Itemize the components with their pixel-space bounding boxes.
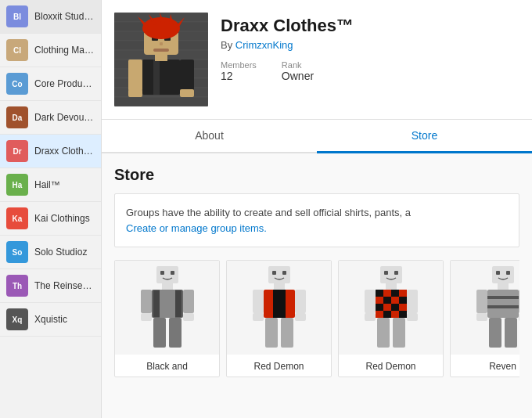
svg-rect-35 [153, 290, 160, 317]
sidebar-item-the-reinsegen[interactable]: ThThe Reinsegen [0, 269, 101, 303]
svg-rect-81 [377, 318, 390, 348]
svg-rect-88 [487, 296, 519, 299]
sidebar-avatar: Co [6, 73, 28, 95]
members-stat: Members 12 [221, 60, 257, 82]
rank-label: Rank [282, 60, 314, 70]
svg-rect-92 [476, 313, 487, 321]
sidebar-label: The Reinsegen [34, 280, 95, 291]
svg-rect-16 [128, 89, 142, 97]
svg-rect-13 [128, 59, 142, 91]
svg-rect-47 [274, 283, 285, 290]
svg-rect-51 [295, 290, 306, 313]
svg-rect-91 [519, 290, 520, 313]
svg-rect-39 [183, 290, 194, 313]
svg-rect-59 [386, 283, 397, 290]
sidebar-label: Xquistic [34, 314, 67, 325]
svg-rect-85 [506, 271, 510, 275]
item-card[interactable]: Black and [114, 260, 220, 377]
svg-rect-32 [171, 271, 174, 275]
svg-rect-93 [519, 313, 520, 321]
svg-rect-30 [156, 266, 178, 283]
svg-rect-69 [376, 304, 383, 311]
sidebar-avatar: Dr [6, 140, 28, 162]
sidebar-item-hail[interactable]: HaHail™ [0, 168, 101, 202]
svg-rect-82 [393, 318, 405, 348]
sidebar-avatar: Bl [6, 5, 28, 27]
item-thumbnail [115, 261, 219, 355]
svg-rect-64 [399, 290, 407, 297]
tab-store[interactable]: Store [317, 120, 532, 153]
svg-rect-61 [376, 290, 383, 297]
item-name: Red Demon [227, 355, 331, 377]
sidebar-item-dark-devoure[interactable]: DaDark Devoure... [0, 101, 101, 135]
svg-rect-38 [141, 290, 152, 313]
sidebar-item-clothing-mania[interactable]: ClClothing Mania [0, 34, 101, 67]
svg-rect-23 [153, 49, 169, 52]
sidebar: BlBloxxit StudiosClClothing ManiaCoCore … [0, 0, 102, 418]
sidebar-avatar: Th [6, 275, 28, 297]
svg-rect-67 [391, 297, 399, 304]
sidebar-item-xquistic[interactable]: XqXquistic [0, 303, 101, 337]
svg-rect-80 [407, 313, 418, 321]
item-card[interactable]: Red Demon [226, 260, 332, 377]
svg-rect-43 [169, 318, 182, 348]
item-thumbnail [339, 261, 443, 355]
svg-rect-72 [399, 304, 407, 311]
item-thumbnail [451, 261, 519, 355]
svg-rect-46 [282, 271, 286, 275]
item-card[interactable]: Reven [450, 260, 519, 377]
creator-link[interactable]: CrimzxnKing [235, 39, 293, 51]
svg-rect-86 [498, 283, 509, 290]
svg-rect-90 [476, 290, 487, 313]
svg-rect-33 [162, 283, 173, 290]
svg-rect-15 [153, 59, 160, 95]
group-info: Draxx Clothes™ By CrimzxnKing Members 12… [221, 13, 519, 82]
svg-rect-53 [295, 313, 306, 321]
svg-rect-77 [365, 290, 376, 313]
store-notice: Groups have the ability to create and se… [114, 193, 519, 247]
tabs: About Store [102, 120, 532, 153]
group-creator: By CrimzxnKing [221, 39, 519, 51]
svg-rect-41 [183, 313, 194, 321]
svg-rect-76 [399, 311, 407, 318]
svg-rect-45 [272, 271, 276, 275]
manage-items-link[interactable]: Create or manage group items. [126, 222, 267, 234]
sidebar-avatar: Ka [6, 207, 28, 229]
sidebar-item-draxx-clothes[interactable]: DrDraxx Clothe... [0, 135, 101, 168]
svg-rect-40 [141, 313, 152, 321]
svg-rect-17 [180, 89, 194, 97]
sidebar-avatar: Xq [6, 308, 28, 330]
svg-rect-54 [265, 318, 278, 348]
svg-rect-31 [160, 271, 164, 275]
svg-rect-65 [376, 297, 383, 304]
svg-rect-14 [180, 59, 194, 91]
item-name: Red Demon [339, 355, 443, 377]
item-card[interactable]: Red Demon [338, 260, 444, 377]
svg-rect-56 [380, 266, 402, 283]
members-label: Members [221, 60, 257, 70]
svg-rect-50 [253, 290, 264, 313]
members-value: 12 [221, 70, 257, 82]
sidebar-label: Bloxxit Studios [34, 11, 95, 22]
sidebar-item-solo-studioz[interactable]: SoSolo Studioz [0, 236, 101, 269]
svg-rect-36 [175, 290, 182, 317]
tab-about[interactable]: About [102, 120, 317, 153]
sidebar-label: Core Product... [34, 78, 95, 89]
sidebar-item-kai-clothings[interactable]: KaKai Clothings [0, 202, 101, 236]
sidebar-item-core-product[interactable]: CoCore Product... [0, 67, 101, 101]
creator-prefix: By [221, 39, 235, 51]
sidebar-label: Hail™ [34, 179, 60, 190]
svg-rect-37 [160, 290, 175, 318]
sidebar-avatar: So [6, 241, 28, 263]
svg-rect-73 [376, 311, 383, 318]
svg-rect-84 [496, 271, 500, 275]
svg-rect-62 [383, 290, 391, 297]
svg-rect-95 [505, 318, 517, 348]
sidebar-item-bloxxit[interactable]: BlBloxxit Studios [0, 0, 101, 34]
svg-rect-89 [487, 305, 519, 308]
svg-rect-52 [253, 313, 264, 321]
sidebar-label: Solo Studioz [34, 247, 87, 258]
store-title: Store [114, 166, 519, 184]
svg-rect-42 [153, 318, 166, 348]
sidebar-label: Draxx Clothe... [34, 146, 95, 157]
